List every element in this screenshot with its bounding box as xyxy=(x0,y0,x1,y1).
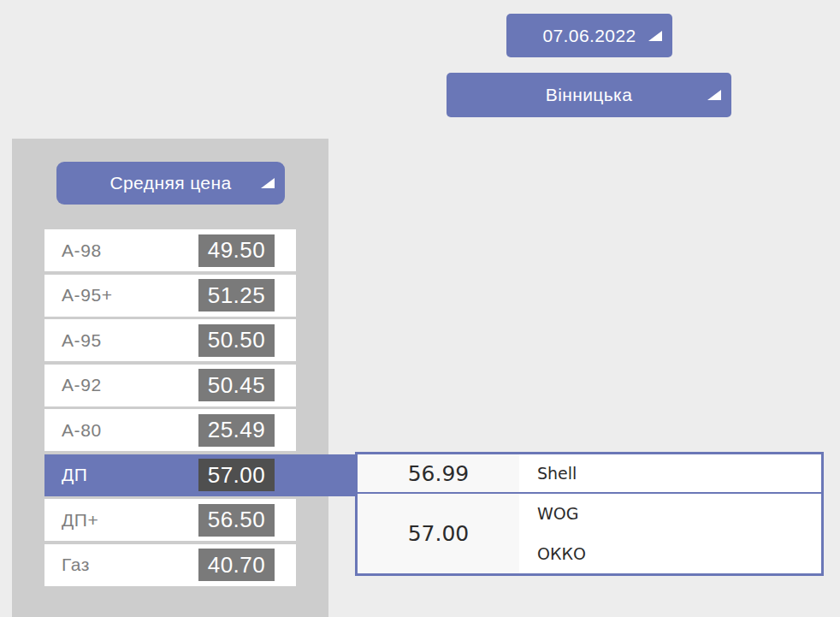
fuel-label: А-98 xyxy=(62,229,102,271)
fuel-label: А-95+ xyxy=(62,275,113,317)
fuel-row[interactable]: Газ40.70 xyxy=(44,544,296,586)
fuel-row[interactable]: А-9550.50 xyxy=(44,319,296,361)
fuel-row[interactable]: А-8025.49 xyxy=(44,409,296,451)
brand-row-price: 57.00 xyxy=(358,494,519,573)
fuel-label: А-95 xyxy=(62,319,102,361)
fuel-row[interactable]: ДП+56.50 xyxy=(44,499,296,541)
brand-row-price: 56.99 xyxy=(358,454,519,492)
brand-name: WOG xyxy=(519,495,821,532)
fuel-row[interactable]: А-95+51.25 xyxy=(44,275,296,317)
brand-price-table: 56.99Shell57.00WOGОККО xyxy=(355,452,824,576)
fuel-label: Газ xyxy=(62,544,90,586)
brand-table-row[interactable]: 56.99Shell xyxy=(358,454,821,494)
price-list-panel: Средняя цена А-9849.50А-95+51.25А-9550.5… xyxy=(12,139,328,617)
fuel-price-badge: 51.25 xyxy=(198,279,275,311)
fuel-price-badge: 40.70 xyxy=(198,549,275,581)
metric-dropdown[interactable]: Средняя цена xyxy=(56,162,285,205)
fuel-price-badge: 50.45 xyxy=(198,369,275,401)
fuel-price-badge: 25.49 xyxy=(198,414,275,447)
corner-triangle-icon xyxy=(261,178,275,188)
fuel-label: А-92 xyxy=(62,365,102,406)
brand-name: Shell xyxy=(519,454,821,492)
dashboard-canvas: 07.06.2022 Вінницька Средняя цена А-9849… xyxy=(0,0,840,617)
fuel-price-badge: 56.50 xyxy=(198,504,275,537)
fuel-price-badge: 50.50 xyxy=(198,324,275,357)
fuel-price-badge: 57.00 xyxy=(198,459,275,491)
brand-name-list: Shell xyxy=(519,454,821,492)
fuel-price-list: А-9849.50А-95+51.25А-9550.50А-9250.45А-8… xyxy=(44,229,296,586)
date-filter-dropdown[interactable]: 07.06.2022 xyxy=(506,14,672,57)
fuel-row[interactable]: А-9250.45 xyxy=(44,365,296,406)
corner-triangle-icon xyxy=(648,31,662,41)
region-filter-label: Вінницька xyxy=(546,85,633,105)
region-filter-dropdown[interactable]: Вінницька xyxy=(447,73,731,117)
date-filter-label: 07.06.2022 xyxy=(542,26,636,46)
metric-dropdown-label: Средняя цена xyxy=(109,173,231,193)
fuel-row[interactable]: А-9849.50 xyxy=(44,229,296,271)
brand-name-list: WOGОККО xyxy=(519,494,821,573)
corner-triangle-icon xyxy=(707,90,721,100)
fuel-label: ДП+ xyxy=(62,499,98,541)
fuel-label: ДП xyxy=(62,454,88,496)
fuel-row[interactable]: ДП57.00 xyxy=(44,454,355,496)
brand-table-row[interactable]: 57.00WOGОККО xyxy=(358,494,821,573)
fuel-price-badge: 49.50 xyxy=(198,234,275,267)
fuel-label: А-80 xyxy=(62,409,102,451)
brand-name: ОККО xyxy=(519,535,821,573)
